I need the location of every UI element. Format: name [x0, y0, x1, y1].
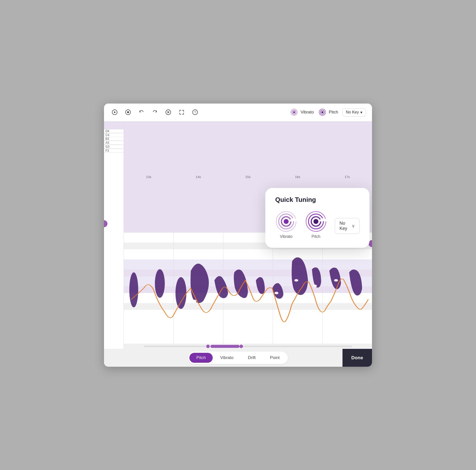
piano-keys: D4 C4 B3 A3 [104, 129, 124, 153]
scrollbar-dot-left[interactable] [206, 345, 210, 348]
qt-vibrato-label: Vibrato [280, 234, 292, 239]
svg-point-15 [129, 272, 138, 307]
svg-point-25 [334, 279, 338, 281]
svg-text:?: ? [194, 110, 196, 114]
piano-key-b3-label: B3 [104, 137, 109, 141]
time-label-15s: 15s [223, 175, 273, 179]
svg-marker-1 [114, 111, 116, 113]
vibrato-label: Vibrato [301, 110, 314, 115]
qt-vibrato-knob[interactable] [275, 211, 297, 232]
svg-point-17 [175, 277, 186, 309]
tab-pitch[interactable]: Pitch [189, 353, 213, 363]
toolbar-left: ? [110, 108, 288, 117]
svg-point-26 [284, 219, 289, 224]
vibrato-icon [290, 108, 299, 117]
pitch-label: Pitch [329, 110, 338, 115]
qt-key-arrow: ∨ [352, 223, 355, 229]
scrollbar-track[interactable] [144, 346, 352, 347]
key-dropdown[interactable]: No Key ▾ [342, 108, 366, 116]
pitch-icon [318, 108, 327, 117]
piano-key-c4-label: C4 [104, 133, 109, 137]
svg-point-16 [155, 269, 165, 298]
piano-column: D4 C4 B3 A3 [104, 121, 124, 349]
qt-key-value: No Key [340, 221, 348, 231]
expand-button[interactable] [177, 108, 186, 117]
tab-vibrato[interactable]: Vibrato [213, 353, 240, 363]
undo-button[interactable] [137, 108, 146, 117]
piano-key-d4-label: D4 [104, 129, 109, 133]
svg-rect-3 [127, 111, 129, 113]
svg-point-23 [294, 279, 298, 281]
quick-tuning-popup: Quick Tuning Vibrato [265, 188, 370, 248]
tabs-pill: Pitch Vibrato Drift Point [188, 352, 288, 364]
toolbar: ? Vibrato Pitch [104, 104, 372, 121]
quick-tuning-title: Quick Tuning [275, 196, 360, 204]
piano-key-a3[interactable]: A3 [104, 141, 124, 145]
svg-point-30 [313, 219, 318, 224]
piano-header-spacer [104, 121, 124, 129]
piano-key-g3-label: G3 [104, 145, 109, 148]
qt-pitch-label: Pitch [311, 234, 320, 239]
done-button[interactable]: Done [342, 349, 372, 367]
svg-point-21 [243, 300, 247, 302]
pitch-legend: Pitch [318, 108, 338, 117]
piano-key-b3[interactable]: B3 [104, 137, 124, 141]
scrollbar-dot-right[interactable] [239, 345, 243, 348]
svg-point-9 [293, 111, 295, 113]
qt-vibrato-group: Vibrato [275, 211, 297, 239]
svg-point-18 [160, 300, 164, 302]
qt-pitch-group: Pitch [305, 211, 327, 239]
piano-key-a3-label: A3 [104, 141, 109, 145]
stop-button[interactable] [123, 108, 133, 117]
app-container: ? Vibrato Pitch [104, 104, 372, 367]
piano-key-c4[interactable]: C4 [104, 133, 124, 137]
piano-key-f3[interactable]: F3 [104, 149, 124, 153]
tab-drift[interactable]: Drift [241, 353, 263, 363]
tab-point[interactable]: Point [263, 353, 287, 363]
tab-bar: Pitch Vibrato Drift Point Done [104, 349, 372, 367]
time-label-14s: 14s [173, 175, 223, 179]
piano-key-f3-label: F3 [104, 149, 109, 152]
help-button[interactable]: ? [190, 108, 200, 117]
close-button[interactable] [164, 108, 173, 117]
piano-key-g3[interactable]: G3 [104, 145, 124, 149]
svg-point-19 [193, 300, 197, 302]
pitch-canvas [124, 233, 372, 344]
svg-point-22 [274, 292, 278, 294]
play-button[interactable] [110, 108, 119, 117]
quick-tuning-controls: Vibrato Pitch No Key ∨ [275, 211, 360, 239]
key-dropdown-arrow: ▾ [360, 110, 362, 115]
svg-point-20 [220, 300, 224, 302]
pitch-grid[interactable] [124, 233, 372, 344]
time-label-17s: 17s [322, 175, 372, 179]
qt-pitch-knob[interactable] [305, 211, 327, 232]
toolbar-right: Vibrato Pitch No Key ▾ [290, 108, 366, 117]
piano-key-d4[interactable]: D4 [104, 129, 124, 133]
svg-point-12 [321, 111, 323, 113]
scrollbar-thumb[interactable] [210, 345, 240, 348]
key-value: No Key [346, 110, 359, 114]
svg-point-24 [313, 285, 317, 287]
vibrato-legend: Vibrato [290, 108, 314, 117]
time-label-13s: 13s [124, 175, 173, 179]
redo-button[interactable] [150, 108, 160, 117]
time-label-16s: 16s [273, 175, 322, 179]
scrollbar-area [124, 344, 372, 349]
qt-key-dropdown[interactable]: No Key ∨ [335, 218, 360, 234]
